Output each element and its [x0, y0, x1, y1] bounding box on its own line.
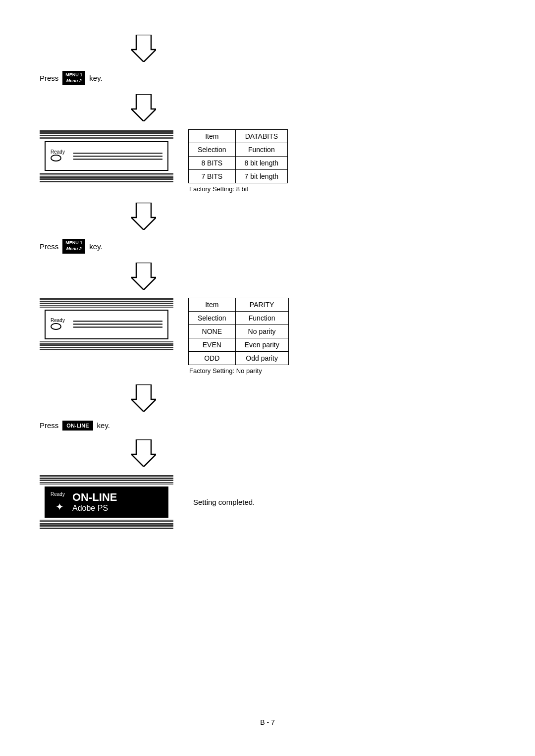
parity-row1-col2: Function [235, 311, 288, 324]
setting-completed-text: Setting completed. [193, 498, 255, 506]
hline [40, 181, 173, 182]
svg-marker-5 [131, 439, 156, 467]
table-row: ODD Odd parity [189, 351, 289, 365]
hline-thin [40, 484, 173, 485]
hline-thin [40, 521, 173, 522]
panel-top-lines-1 [40, 130, 173, 140]
printer-panel-3: Ready ✦ ON-LINE Adobe PS [40, 475, 173, 530]
panel-top-lines-2 [40, 298, 173, 308]
parity-table: Item PARITY Selection Function NONE No p… [188, 298, 289, 365]
table-row: EVEN Even parity [189, 338, 289, 351]
hline [40, 132, 173, 134]
arrow-down-5 [40, 384, 248, 412]
key-bot-1: Menu 2 [66, 78, 82, 84]
dot-line [73, 159, 162, 160]
printer-display-2: Ready [45, 310, 168, 339]
databits-row1-col2: Function [235, 143, 288, 157]
hline-thin [40, 137, 173, 138]
online-big-text: ON-LINE [72, 491, 117, 503]
hline [40, 523, 173, 525]
parity-header-parity: PARITY [235, 298, 288, 311]
svg-marker-1 [131, 94, 156, 121]
hline [40, 301, 173, 302]
page: Press MENU 1 Menu 2 key. Ready [0, 0, 535, 756]
printer-display-1: Ready [45, 141, 168, 171]
panel-left-3: Ready ✦ [51, 491, 68, 513]
oval-icon-2 [51, 323, 61, 330]
page-number: B - 7 [40, 703, 495, 726]
parity-factory-setting: Factory Setting: No parity [189, 367, 289, 375]
databits-row1-col1: Selection [189, 143, 236, 157]
arrow-down-6 [40, 439, 248, 467]
dot-line [73, 324, 162, 325]
press-menu1-line-2: Press MENU 1 Menu 2 key. [40, 239, 103, 253]
dot-line [73, 326, 162, 328]
parity-row3-col1: EVEN [189, 338, 236, 351]
press-online-line: Press ON-LINE key. [40, 421, 110, 431]
hline-thin [40, 343, 173, 344]
hline [40, 349, 173, 350]
hline [40, 178, 173, 180]
key-suffix-3: key. [97, 421, 110, 430]
ready-text-3: Ready [51, 491, 68, 497]
hline [40, 478, 173, 479]
dot-line [73, 321, 162, 322]
hline [40, 480, 173, 481]
hline [40, 344, 173, 346]
databits-row3-col2: 7 bit length [235, 170, 288, 183]
arrow-down-4 [40, 263, 248, 290]
hline [40, 176, 173, 178]
databits-section: Item DATABITS Selection Function 8 BITS … [188, 129, 288, 193]
hline [40, 135, 173, 136]
key-suffix-1: key. [89, 74, 102, 82]
key-top-2: MENU 1 [65, 240, 82, 246]
hline [40, 298, 173, 300]
online-sub-text: Adobe PS [72, 503, 117, 513]
svg-marker-2 [131, 203, 156, 230]
hline [40, 525, 173, 527]
panel-bot-lines-3 [40, 520, 173, 529]
press-label-1: Press [40, 74, 58, 82]
table-row: Selection Function [189, 311, 289, 324]
press-menu1-line-1: Press MENU 1 Menu 2 key. [40, 71, 103, 85]
dot-line [73, 156, 162, 157]
key-bot-2: Menu 2 [66, 246, 82, 252]
svg-marker-0 [131, 35, 156, 62]
online-text-block: ON-LINE Adobe PS [72, 491, 117, 513]
press-label-3: Press [40, 421, 58, 430]
oval-icon-1 [51, 155, 61, 162]
press-label-2: Press [40, 242, 58, 251]
key-suffix-2: key. [89, 242, 102, 251]
star-icon: ✦ [55, 501, 64, 513]
parity-row2-col2: No parity [235, 324, 288, 338]
table-row: 8 BITS 8 bit length [189, 157, 288, 170]
ready-text-1: Ready [51, 149, 68, 155]
hline [40, 528, 173, 529]
parity-row4-col1: ODD [189, 351, 236, 365]
menu1-key-2[interactable]: MENU 1 Menu 2 [62, 239, 85, 253]
hline-thin [40, 307, 173, 308]
menu1-key-1[interactable]: MENU 1 Menu 2 [62, 71, 85, 85]
online-key[interactable]: ON-LINE [62, 421, 93, 431]
arrow-down-2 [40, 94, 248, 121]
table-row: NONE No parity [189, 324, 289, 338]
databits-factory-setting: Factory Setting: 8 bit [189, 185, 288, 193]
panel-top-lines-3 [40, 475, 173, 485]
hline-thin [40, 305, 173, 306]
parity-section: Item PARITY Selection Function NONE No p… [188, 298, 289, 375]
hline [40, 347, 173, 348]
panel-bot-lines-2 [40, 341, 173, 351]
table-row: 7 BITS 7 bit length [189, 170, 288, 183]
dot-lines-2 [73, 321, 162, 328]
parity-row4-col2: Odd parity [235, 351, 288, 365]
svg-marker-3 [131, 263, 156, 290]
hline-thin [40, 138, 173, 139]
panel-left-1: Ready [51, 149, 68, 163]
hline [40, 303, 173, 304]
databits-row3-col1: 7 BITS [189, 170, 236, 183]
databits-row2-col1: 8 BITS [189, 157, 236, 170]
dot-lines-1 [73, 153, 162, 160]
printer-panel-1: Ready [40, 129, 173, 183]
hline-thin [40, 341, 173, 342]
hline [40, 130, 173, 132]
